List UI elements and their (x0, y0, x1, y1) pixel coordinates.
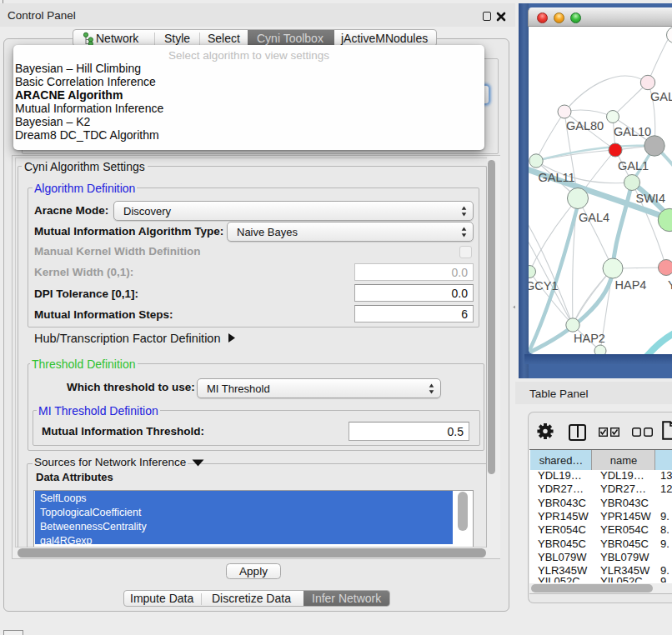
svg-text:GAL80: GAL80 (566, 119, 604, 132)
svg-text:HAP4: HAP4 (615, 278, 647, 292)
svg-text:GAL10: GAL10 (614, 125, 651, 138)
svg-text:GCY1: GCY1 (529, 279, 559, 292)
svg-text:Y: Y (668, 278, 672, 292)
svg-text:SWI4: SWI4 (636, 192, 665, 205)
svg-text:GAL11: GAL11 (539, 171, 575, 184)
svg-text:GAL7: GAL7 (650, 90, 672, 103)
svg-text:GAL1: GAL1 (618, 159, 649, 172)
svg-text:GAL4: GAL4 (579, 211, 609, 224)
svg-text:HAP2: HAP2 (574, 332, 605, 345)
